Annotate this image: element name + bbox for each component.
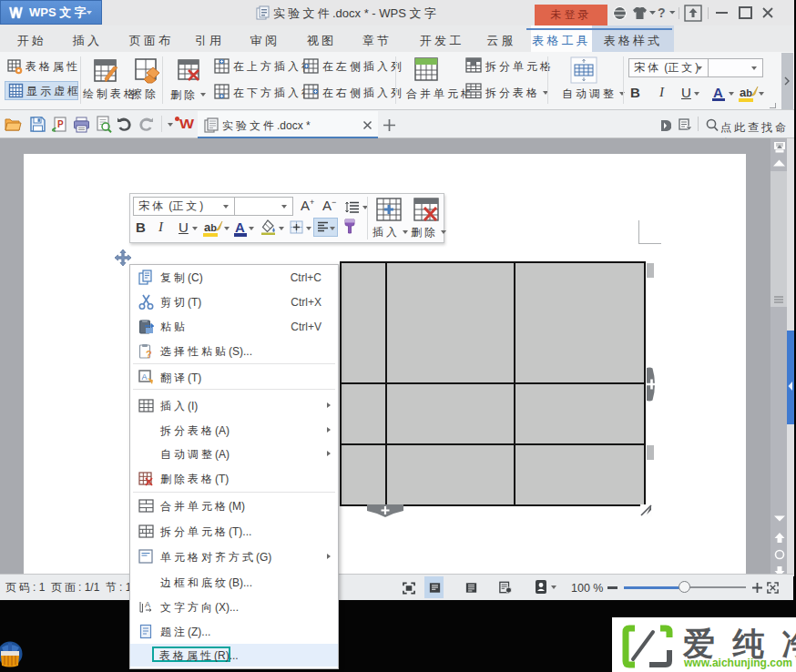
- svg-text:A: A: [145, 600, 150, 609]
- svg-text:P: P: [57, 119, 64, 129]
- svg-text:A: A: [142, 372, 148, 382]
- svg-text:?: ?: [146, 349, 152, 359]
